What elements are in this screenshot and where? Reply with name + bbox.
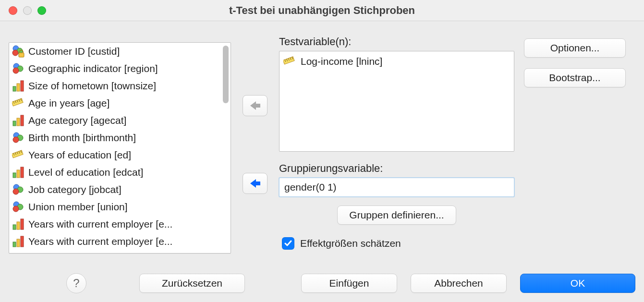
move-to-test-variables-button[interactable] [243, 95, 267, 116]
check-icon [284, 239, 292, 248]
source-variable-item-label: Union member [union] [28, 200, 128, 214]
ordinal-icon [12, 218, 24, 230]
close-window-button[interactable] [9, 6, 17, 15]
window-title: t-Test bei unabhängigen Stichproben [0, 4, 644, 17]
source-variable-item-label: Size of hometown [townsize] [28, 79, 156, 93]
source-variable-item[interactable]: Birth month [birthmonth] [9, 129, 222, 146]
test-variable-item-label: Log-income [lninc] [301, 56, 382, 67]
source-variable-item-label: Geographic indicator [region] [28, 62, 158, 75]
scale-icon [12, 149, 24, 161]
reset-button[interactable]: Zurücksetzen [139, 274, 245, 293]
nominal-icon [12, 201, 24, 213]
source-variable-item-label: Years with current employer [e... [28, 217, 172, 231]
source-list-scrollbar[interactable] [223, 46, 229, 250]
source-variable-item[interactable]: Years with current employer [e... [9, 216, 222, 233]
source-variable-item-label: Job category [jobcat] [28, 183, 122, 196]
zoom-window-button[interactable] [37, 6, 46, 15]
options-button[interactable]: Optionen... [524, 38, 626, 58]
nominal-icon [12, 62, 24, 75]
define-groups-button[interactable]: Gruppen definieren... [337, 205, 456, 225]
source-variable-item-label: Age category [agecat] [28, 114, 126, 127]
source-variable-item[interactable]: Age in years [age] [9, 95, 222, 112]
source-variable-list[interactable]: Customer ID [custid]Geographic indicator… [9, 42, 231, 254]
test-variable-item[interactable]: Log-income [lninc] [282, 53, 511, 70]
source-variable-item[interactable]: Job category [jobcat] [9, 181, 222, 198]
nominal-lock-icon [12, 45, 24, 58]
source-variable-item[interactable]: Customer ID [custid] [9, 43, 222, 60]
source-variable-item[interactable]: Geographic indicator [region] [9, 60, 222, 77]
source-variable-item[interactable]: Age category [agecat] [9, 112, 222, 129]
test-variables-label: Testvariable(n): [279, 36, 514, 48]
source-variable-item[interactable]: Years with current employer [e... [9, 233, 222, 250]
test-variables-list[interactable]: Log-income [lninc] [279, 51, 514, 152]
arrow-left-icon [248, 100, 262, 111]
source-variable-item-label: Birth month [birthmonth] [28, 131, 136, 145]
source-variable-item-label: Years with current employer [e... [28, 235, 172, 248]
scale-icon [283, 55, 296, 68]
paste-button[interactable]: Einfügen [301, 274, 397, 293]
cancel-button[interactable]: Abbrechen [411, 274, 507, 293]
source-variable-item[interactable]: Size of hometown [townsize] [9, 77, 222, 95]
source-variable-item-label: Customer ID [custid] [28, 45, 120, 58]
source-variable-item[interactable]: Union member [union] [9, 198, 222, 216]
source-variable-item-label: Years of education [ed] [28, 148, 131, 162]
scale-icon [12, 97, 24, 109]
move-to-grouping-variable-button[interactable] [243, 173, 267, 194]
source-variable-item[interactable]: Years of education [ed] [9, 146, 222, 164]
ordinal-icon [12, 166, 24, 179]
source-variable-item-label: Age in years [age] [28, 97, 109, 110]
source-variable-item[interactable]: Level of education [edcat] [9, 164, 222, 181]
estimate-effect-sizes-checkbox[interactable] [282, 237, 294, 250]
nominal-icon [12, 183, 24, 196]
ordinal-icon [12, 80, 24, 92]
grouping-variable-field[interactable]: gender(0 1) [279, 178, 514, 197]
minimize-window-button [23, 6, 32, 15]
help-button[interactable]: ? [66, 273, 86, 293]
nominal-icon [12, 132, 24, 144]
ok-button[interactable]: OK [520, 274, 635, 293]
estimate-effect-sizes-label: Effektgrößen schätzen [300, 238, 401, 249]
grouping-variable-label: Gruppierungsvariable: [279, 162, 514, 175]
bootstrap-button[interactable]: Bootstrap... [524, 68, 626, 87]
grouping-variable-value: gender(0 1) [284, 181, 337, 193]
ordinal-icon [12, 235, 24, 248]
source-variable-item-label: Level of education [edcat] [28, 166, 143, 179]
arrow-left-icon [248, 178, 262, 189]
window-controls [9, 6, 46, 15]
ordinal-icon [12, 114, 24, 127]
title-bar: t-Test bei unabhängigen Stichproben [0, 0, 644, 21]
